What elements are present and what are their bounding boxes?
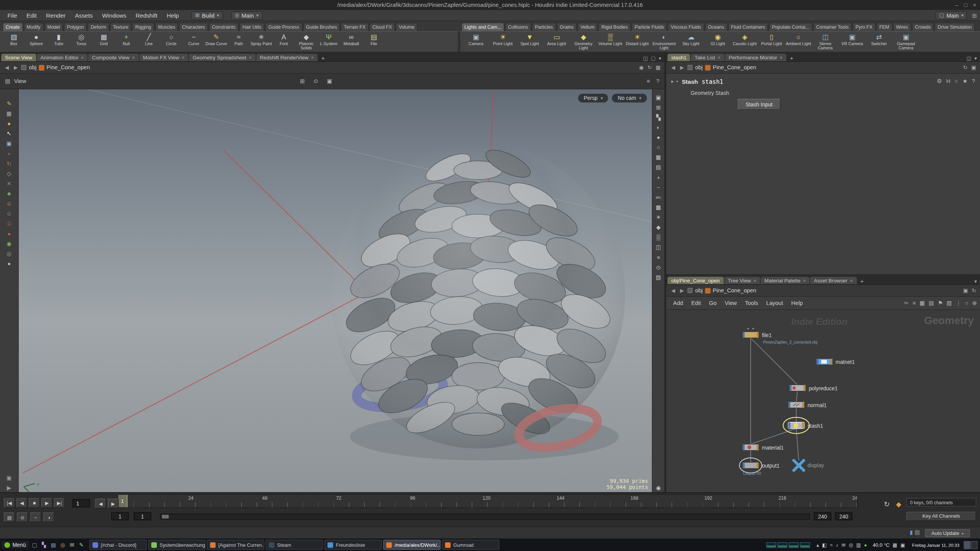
network-menu-tools[interactable]: Tools (741, 298, 762, 307)
playhead[interactable]: 1 (118, 495, 127, 507)
taskbar-window-media-alex-dwork[interactable]: /media/alex/DWork/... (383, 540, 441, 550)
rotate-tool-icon[interactable]: ↻ (4, 159, 14, 168)
uv-overlay-icon[interactable]: ▩ (653, 203, 663, 212)
close-tab-icon[interactable]: × (182, 55, 185, 60)
network-node-display[interactable]: display (794, 460, 824, 470)
display-options-icon[interactable]: ≡ (647, 78, 650, 84)
pane-tab-asset-browser[interactable]: Asset Browser× (810, 277, 857, 284)
network-node-file1[interactable]: file1PinienZapfen_2_corrected.obj (743, 328, 817, 344)
gpu-meter-icon[interactable]: ▦ (893, 542, 897, 548)
grid-snap-icon[interactable]: ▦ (920, 300, 925, 306)
menu-edit[interactable]: Edit (22, 11, 41, 20)
pane-tab-redshift-renderview[interactable]: Redshift RenderView× (256, 54, 318, 61)
cloud-icon[interactable]: ◎ (849, 542, 853, 548)
shelf-tab-guide-brushes[interactable]: Guide Brushes (303, 23, 340, 31)
pane-menu-icon[interactable]: ▾ (974, 55, 977, 61)
shelf-tab-constraints[interactable]: Constraints (209, 23, 238, 31)
pane-tab-composite-view[interactable]: Composite View× (88, 54, 139, 61)
shelf-tab-particle-fluids[interactable]: Particle Fluids (632, 23, 667, 31)
back-icon[interactable]: ◀ (4, 65, 10, 70)
pose-tool-icon[interactable]: ✕ (4, 179, 14, 188)
shelf-tool-font[interactable]: AFont (273, 32, 295, 52)
taskbar-window-system-berwachung[interactable]: Systemüberwachung (148, 540, 206, 550)
step-forward-icon[interactable]: ▶ (108, 499, 119, 509)
shelf-tool-caustic-light[interactable]: ◈Caustic Light (731, 32, 758, 52)
material-preview-icon[interactable]: ◆ (653, 223, 663, 232)
shelf-tab-viscous-fluids[interactable]: Viscous Fluids (668, 23, 704, 31)
browser-icon[interactable]: ◎ (58, 540, 67, 549)
close-tab-icon[interactable]: × (779, 55, 782, 60)
menu-file[interactable]: File (3, 11, 21, 20)
shelf-tool-box[interactable]: ▧Box (3, 32, 25, 52)
breadcrumb-node[interactable]: Pine_Cone_open (39, 64, 90, 70)
scale-tool-icon[interactable]: ◇ (4, 169, 14, 178)
close-tab-icon[interactable]: × (311, 55, 314, 60)
network-menu-help[interactable]: Help (787, 298, 807, 307)
close-tab-icon[interactable]: × (132, 55, 135, 60)
breadcrumb-node[interactable]: Pine_Cone_open (705, 287, 756, 293)
sync-icon[interactable]: ↻ (972, 287, 977, 293)
global-end-field[interactable]: 240 (835, 512, 853, 520)
menu-assets[interactable]: Assets (70, 11, 97, 20)
shelf-tool-l-system[interactable]: ΨL-System (317, 32, 340, 52)
applications-menu-button[interactable]: Menü (1, 541, 29, 549)
pane-tab-material-palette[interactable]: Material Palette× (761, 277, 810, 284)
template-display-icon[interactable]: ▤ (653, 163, 663, 172)
global-start-field[interactable]: 1 (111, 512, 129, 520)
taskbar-window-steam[interactable]: Steam (266, 540, 323, 550)
constraint-tool-icon[interactable]: ● (4, 229, 14, 238)
shelf-tab-crowds[interactable]: Crowds (912, 23, 934, 31)
shelf-tab-collisions[interactable]: Collisions (505, 23, 531, 31)
new-tab-button[interactable]: + (318, 55, 328, 61)
system-monitor-widget[interactable] (766, 542, 810, 548)
shelf-tool-distant-light[interactable]: ☀Distant Light (624, 32, 650, 52)
performance-icon[interactable]: ~ (30, 512, 41, 522)
current-frame-field[interactable]: 1 (72, 499, 90, 507)
search-icon[interactable]: ○ (955, 78, 958, 84)
pane-tab-take-list[interactable]: Take List× (691, 54, 724, 61)
jump-to-end-icon[interactable]: ▶| (54, 498, 65, 508)
plant-paint-icon[interactable]: ♣ (4, 189, 14, 198)
frame-range-slider[interactable] (160, 514, 810, 520)
input-arrow-icon[interactable]: ▸ (671, 78, 674, 84)
menu-help[interactable]: Help (162, 11, 183, 20)
pane-tab-animation-editor[interactable]: Animation Editor× (37, 54, 88, 61)
shelf-tab-hair-utils[interactable]: Hair Utils (239, 23, 265, 31)
breadcrumb-context[interactable]: obj (695, 64, 703, 70)
favorites-icon[interactable]: ★ (962, 78, 967, 84)
sync-icon[interactable]: ↻ (647, 64, 652, 70)
shelf-tool-circle[interactable]: ○Circle (160, 32, 183, 52)
pane-tab-scene-view[interactable]: Scene View (1, 54, 36, 61)
breadcrumb-node[interactable]: Pine_Cone_open (705, 64, 756, 70)
shelf-tab-pyro-fx[interactable]: Pyro FX (853, 23, 876, 31)
playbar-display-icon[interactable]: ▤ (4, 512, 15, 522)
normals-display-icon[interactable]: ~ (653, 183, 663, 192)
terrain-tool-icon[interactable]: ◉ (4, 239, 14, 248)
snapshot-icon[interactable]: ▣ (4, 474, 14, 483)
flags-icon[interactable]: ⚑ (938, 300, 943, 306)
thumbnails-icon[interactable]: ▤ (929, 300, 934, 306)
network-menu-edit[interactable]: Edit (688, 298, 705, 307)
network-menu-go[interactable]: Go (705, 298, 720, 307)
stash-input-button[interactable]: Stash Input (738, 99, 781, 110)
taskbar-window-gumroad[interactable]: Gumroad (442, 540, 500, 550)
wireframe-icon[interactable]: ○ (653, 143, 663, 152)
select-arrow-icon[interactable]: ↖ (4, 129, 14, 138)
pin-icon[interactable]: ◉ (639, 64, 644, 70)
lock-icon[interactable]: ▣ (963, 287, 968, 293)
shelf-tool-switcher[interactable]: ⇄Switcher (866, 32, 892, 52)
forward-icon[interactable]: ▶ (679, 288, 685, 293)
network-node-normal1[interactable]: normal1 (788, 402, 827, 408)
shelf-tool-vr-camera[interactable]: ▣VR Camera (839, 32, 866, 52)
network-menu-layout[interactable]: Layout (763, 298, 787, 307)
filter-icon[interactable]: ▦ (656, 64, 661, 70)
shelf-tool-point-light[interactable]: ☀Point Light (489, 32, 516, 52)
breadcrumb-context[interactable]: obj (695, 287, 703, 293)
snap-grid-icon[interactable]: ⊞ (300, 78, 305, 84)
snap-point-icon[interactable]: ⊙ (314, 78, 318, 84)
shelf-tab-fluid-containers[interactable]: Fluid Containers (728, 23, 768, 31)
clock[interactable]: Freitag Januar 11, 20:33 (912, 543, 959, 547)
shelf-tool-spot-light[interactable]: ▼Spot Light (516, 32, 543, 52)
projection-selector[interactable]: Persp ▾ (578, 94, 608, 103)
lighting-icon[interactable]: ☀ (653, 213, 663, 222)
